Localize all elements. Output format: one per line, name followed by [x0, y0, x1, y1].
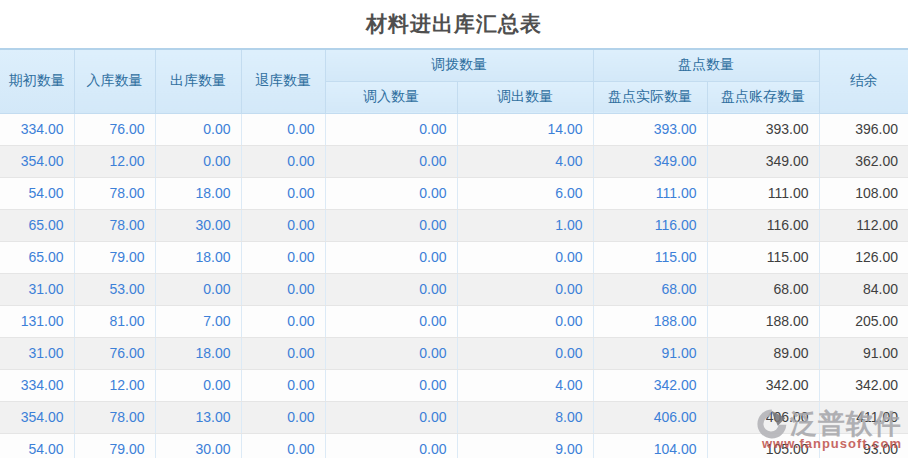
cell-transfer_in[interactable]: 0.00: [325, 177, 457, 209]
cell-initial_qty[interactable]: 31.00: [0, 273, 74, 305]
cell-stocktake_actual[interactable]: 342.00: [593, 369, 707, 401]
cell-transfer_out[interactable]: 8.00: [457, 401, 593, 433]
cell-return_qty[interactable]: 0.00: [241, 369, 325, 401]
cell-in_qty[interactable]: 76.00: [74, 113, 155, 145]
cell-return_qty[interactable]: 0.00: [241, 337, 325, 369]
cell-initial_qty[interactable]: 65.00: [0, 209, 74, 241]
cell-transfer_out[interactable]: 6.00: [457, 177, 593, 209]
cell-return_qty[interactable]: 0.00: [241, 177, 325, 209]
cell-stocktake_book: 393.00: [707, 113, 819, 145]
cell-stocktake_book: 111.00: [707, 177, 819, 209]
cell-return_qty[interactable]: 0.00: [241, 113, 325, 145]
cell-out_qty[interactable]: 13.00: [155, 401, 241, 433]
cell-transfer_out[interactable]: 0.00: [457, 305, 593, 337]
cell-out_qty[interactable]: 7.00: [155, 305, 241, 337]
cell-transfer_in[interactable]: 0.00: [325, 337, 457, 369]
cell-transfer_in[interactable]: 0.00: [325, 113, 457, 145]
col-header-in-qty: 入库数量: [74, 49, 155, 113]
cell-out_qty[interactable]: 30.00: [155, 209, 241, 241]
cell-in_qty[interactable]: 78.00: [74, 401, 155, 433]
col-group-stocktake-qty: 盘点数量: [593, 49, 819, 81]
cell-transfer_out[interactable]: 9.00: [457, 433, 593, 458]
cell-stocktake_actual[interactable]: 68.00: [593, 273, 707, 305]
cell-initial_qty[interactable]: 131.00: [0, 305, 74, 337]
cell-return_qty[interactable]: 0.00: [241, 273, 325, 305]
cell-stocktake_actual[interactable]: 349.00: [593, 145, 707, 177]
cell-transfer_out[interactable]: 4.00: [457, 369, 593, 401]
cell-balance: 342.00: [819, 369, 908, 401]
cell-transfer_in[interactable]: 0.00: [325, 401, 457, 433]
col-header-stocktake-actual: 盘点实际数量: [593, 81, 707, 113]
cell-return_qty[interactable]: 0.00: [241, 209, 325, 241]
table-header: 期初数量 入库数量 出库数量 退库数量 调拨数量 盘点数量 结余 调入数量 调出…: [0, 49, 908, 113]
cell-initial_qty[interactable]: 31.00: [0, 337, 74, 369]
cell-return_qty[interactable]: 0.00: [241, 401, 325, 433]
cell-stocktake_actual[interactable]: 116.00: [593, 209, 707, 241]
cell-transfer_out[interactable]: 4.00: [457, 145, 593, 177]
cell-balance: 396.00: [819, 113, 908, 145]
cell-in_qty[interactable]: 81.00: [74, 305, 155, 337]
title-bar: 材料进出库汇总表: [0, 0, 908, 48]
cell-initial_qty[interactable]: 354.00: [0, 401, 74, 433]
cell-initial_qty[interactable]: 65.00: [0, 241, 74, 273]
cell-transfer_in[interactable]: 0.00: [325, 209, 457, 241]
cell-transfer_in[interactable]: 0.00: [325, 369, 457, 401]
cell-return_qty[interactable]: 0.00: [241, 145, 325, 177]
cell-transfer_out[interactable]: 1.00: [457, 209, 593, 241]
cell-transfer_in[interactable]: 0.00: [325, 145, 457, 177]
cell-transfer_in[interactable]: 0.00: [325, 273, 457, 305]
cell-transfer_out[interactable]: 14.00: [457, 113, 593, 145]
cell-transfer_in[interactable]: 0.00: [325, 305, 457, 337]
cell-out_qty[interactable]: 30.00: [155, 433, 241, 458]
cell-transfer_out[interactable]: 0.00: [457, 273, 593, 305]
cell-out_qty[interactable]: 0.00: [155, 369, 241, 401]
cell-return_qty[interactable]: 0.00: [241, 433, 325, 458]
table-row: 54.0078.0018.000.000.006.00111.00111.001…: [0, 177, 908, 209]
cell-return_qty[interactable]: 0.00: [241, 241, 325, 273]
cell-transfer_out[interactable]: 0.00: [457, 337, 593, 369]
cell-in_qty[interactable]: 78.00: [74, 177, 155, 209]
cell-stocktake_actual[interactable]: 104.00: [593, 433, 707, 458]
table-row: 354.0078.0013.000.000.008.00406.00406.00…: [0, 401, 908, 433]
col-header-return-qty: 退库数量: [241, 49, 325, 113]
cell-initial_qty[interactable]: 54.00: [0, 433, 74, 458]
cell-initial_qty[interactable]: 54.00: [0, 177, 74, 209]
cell-in_qty[interactable]: 53.00: [74, 273, 155, 305]
table-row: 31.0053.000.000.000.000.0068.0068.0084.0…: [0, 273, 908, 305]
cell-in_qty[interactable]: 79.00: [74, 433, 155, 458]
cell-transfer_in[interactable]: 0.00: [325, 433, 457, 458]
cell-out_qty[interactable]: 18.00: [155, 337, 241, 369]
cell-initial_qty[interactable]: 334.00: [0, 369, 74, 401]
cell-out_qty[interactable]: 0.00: [155, 113, 241, 145]
cell-transfer_out[interactable]: 0.00: [457, 241, 593, 273]
cell-in_qty[interactable]: 78.00: [74, 209, 155, 241]
cell-out_qty[interactable]: 0.00: [155, 273, 241, 305]
cell-balance: 126.00: [819, 241, 908, 273]
cell-stocktake_actual[interactable]: 91.00: [593, 337, 707, 369]
cell-stocktake_actual[interactable]: 393.00: [593, 113, 707, 145]
material-summary-table: 期初数量 入库数量 出库数量 退库数量 调拨数量 盘点数量 结余 调入数量 调出…: [0, 48, 908, 458]
col-header-out-qty: 出库数量: [155, 49, 241, 113]
cell-out_qty[interactable]: 18.00: [155, 241, 241, 273]
cell-stocktake_actual[interactable]: 406.00: [593, 401, 707, 433]
cell-initial_qty[interactable]: 354.00: [0, 145, 74, 177]
cell-stocktake_actual[interactable]: 188.00: [593, 305, 707, 337]
cell-out_qty[interactable]: 18.00: [155, 177, 241, 209]
cell-in_qty[interactable]: 79.00: [74, 241, 155, 273]
cell-in_qty[interactable]: 12.00: [74, 145, 155, 177]
cell-initial_qty[interactable]: 334.00: [0, 113, 74, 145]
cell-in_qty[interactable]: 76.00: [74, 337, 155, 369]
cell-stocktake_book: 406.00: [707, 401, 819, 433]
cell-stocktake_actual[interactable]: 115.00: [593, 241, 707, 273]
cell-out_qty[interactable]: 0.00: [155, 145, 241, 177]
cell-balance: 411.00: [819, 401, 908, 433]
cell-balance: 93.00: [819, 433, 908, 458]
table-row: 54.0079.0030.000.000.009.00104.00105.009…: [0, 433, 908, 458]
cell-transfer_in[interactable]: 0.00: [325, 241, 457, 273]
page-title: 材料进出库汇总表: [366, 10, 542, 38]
cell-in_qty[interactable]: 12.00: [74, 369, 155, 401]
cell-return_qty[interactable]: 0.00: [241, 305, 325, 337]
cell-stocktake_book: 349.00: [707, 145, 819, 177]
cell-stocktake_book: 115.00: [707, 241, 819, 273]
cell-stocktake_actual[interactable]: 111.00: [593, 177, 707, 209]
